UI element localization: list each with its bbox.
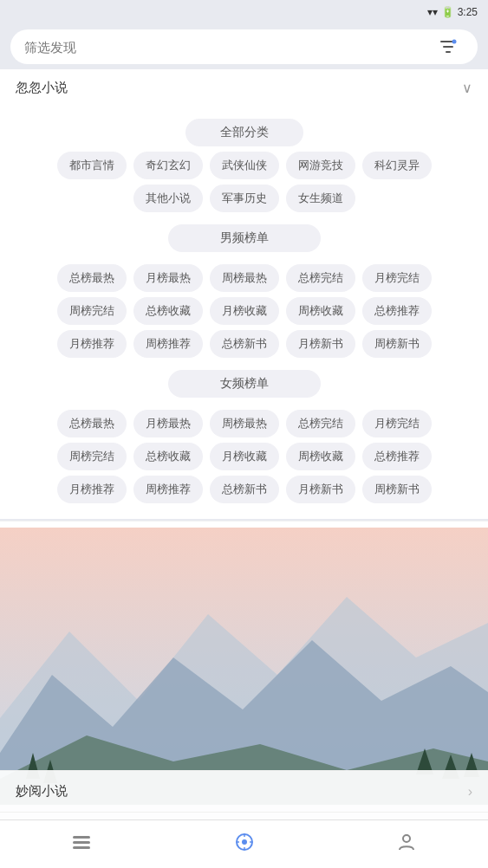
- tag-m-yue-sc[interactable]: 月榜收藏: [210, 297, 279, 325]
- female-section-wrapper: 女频榜单: [10, 363, 478, 405]
- tag-f-yue-re[interactable]: 月榜最热: [133, 410, 203, 437]
- tag-m-zong-re[interactable]: 总榜最热: [57, 264, 127, 292]
- tag-m-zhou-xs[interactable]: 周榜新书: [362, 330, 432, 358]
- chevron-down-icon: ∨: [462, 80, 472, 96]
- main-tags-row-2: 其他小说 军事历史 女生频道: [10, 185, 478, 212]
- svg-rect-1: [443, 46, 453, 48]
- wifi-icon: ▾▾: [427, 6, 438, 18]
- tag-f-yue-xs[interactable]: 月榜新书: [286, 476, 355, 503]
- section-item-huasheng[interactable]: 花生小说 ›: [0, 645, 488, 687]
- filter-icon-button[interactable]: [433, 31, 464, 62]
- battery-icon: 🔋: [441, 6, 454, 18]
- tag-m-yue-re[interactable]: 月榜最热: [133, 264, 203, 292]
- tag-m-zhou-re[interactable]: 周榜最热: [210, 264, 279, 292]
- tag-f-yue-sc[interactable]: 月榜收藏: [210, 443, 279, 470]
- filter-icon: [439, 37, 458, 56]
- tag-f-zhou-tj[interactable]: 周榜推荐: [133, 476, 203, 503]
- tag-f-zhou-xs[interactable]: 周榜新书: [362, 476, 432, 503]
- tags-container: 全部分类 都市言情 奇幻玄幻 武侠仙侠 网游竞技 科幻灵异 其他小说 军事历史 …: [0, 107, 488, 519]
- tag-nvsheng[interactable]: 女生频道: [286, 185, 355, 212]
- chevron-right-icon-huasheng: ›: [468, 659, 472, 675]
- section-item-title-fanshu: 番薯小说: [16, 617, 68, 633]
- search-input[interactable]: [24, 40, 426, 55]
- tag-f-zong-xs[interactable]: 总榜新书: [210, 476, 279, 503]
- female-tags-row-3: 月榜推荐 周榜推荐 总榜新书 月榜新书 周榜新书: [10, 476, 478, 503]
- svg-point-3: [452, 40, 457, 44]
- expanded-section: 忽忽小说 ∨ 全部分类 都市言情 奇幻玄幻 武侠仙侠 网游竞技 科幻灵异 其他小…: [0, 69, 488, 519]
- male-tags-row-3: 月榜推荐 周榜推荐 总榜新书 月榜新书 周榜新书: [10, 330, 478, 358]
- tag-dushi[interactable]: 都市言情: [57, 152, 127, 179]
- tag-f-zong-sc[interactable]: 总榜收藏: [133, 443, 203, 470]
- discover-icon: [233, 831, 256, 858]
- tag-m-yue-xs[interactable]: 月榜新书: [286, 330, 355, 358]
- tag-m-zhou-sc[interactable]: 周榜收藏: [286, 297, 355, 325]
- chevron-right-icon-bikan: ›: [468, 701, 472, 716]
- tag-m-yue-wanj[interactable]: 月榜完结: [362, 264, 432, 292]
- tag-f-zhou-re[interactable]: 周榜最热: [210, 410, 279, 437]
- female-tags-row-1: 总榜最热 月榜最热 周榜最热 总榜完结 月榜完结: [10, 410, 478, 437]
- tag-wuxia[interactable]: 武侠仙侠: [210, 152, 279, 179]
- tag-f-zhou-wanj[interactable]: 周榜完结: [57, 443, 127, 470]
- section-item-miaoyue[interactable]: 妙阅小说 ›: [0, 770, 488, 812]
- tag-qihuan[interactable]: 奇幻玄幻: [133, 152, 203, 179]
- section-item-bikan[interactable]: 必看悦读 ›: [0, 687, 488, 729]
- bottom-nav: [0, 819, 488, 868]
- section-item-title-huasheng: 花生小说: [16, 658, 68, 675]
- tag-m-zong-xs[interactable]: 总榜新书: [210, 330, 279, 358]
- section-item-title-miaoyue: 妙阅小说: [16, 783, 68, 800]
- tag-f-zong-re[interactable]: 总榜最热: [57, 410, 127, 437]
- main-content: 忽忽小说 ∨ 全部分类 都市言情 奇幻玄幻 武侠仙侠 网游竞技 科幻灵异 其他小…: [0, 69, 488, 819]
- svg-rect-13: [73, 836, 90, 839]
- tag-m-zong-sc[interactable]: 总榜收藏: [133, 297, 203, 325]
- male-section-label: 男频榜单: [168, 224, 321, 252]
- section-header-huhu[interactable]: 忽忽小说 ∨: [0, 69, 488, 107]
- svg-rect-2: [446, 51, 451, 53]
- tag-f-zhou-sc[interactable]: 周榜收藏: [286, 443, 355, 470]
- male-tags-row-2: 周榜完结 总榜收藏 月榜收藏 周榜收藏 总榜推荐: [10, 297, 478, 325]
- male-tags-row-1: 总榜最热 月榜最热 周榜最热 总榜完结 月榜完结: [10, 264, 478, 292]
- main-tags-row-1: 都市言情 奇幻玄幻 武侠仙侠 网游竞技 科幻灵异: [10, 152, 478, 179]
- section-item-tao[interactable]: 淘小说 ›: [0, 729, 488, 770]
- section-item-title-youyou: 悠悠笔趣: [16, 534, 68, 550]
- chevron-right-icon-miaoyue: ›: [468, 784, 472, 800]
- tag-all-category[interactable]: 全部分类: [185, 119, 303, 146]
- tag-m-zhou-tj[interactable]: 周榜推荐: [133, 330, 203, 358]
- tag-junshi[interactable]: 军事历史: [210, 185, 279, 212]
- all-category-row: 全部分类: [10, 119, 478, 146]
- chevron-right-icon-youyou: ›: [468, 534, 472, 550]
- chevron-right-icon-fanshu: ›: [468, 618, 472, 633]
- nav-item-shelf[interactable]: [0, 820, 163, 868]
- svg-point-17: [242, 839, 247, 845]
- chevron-right-icon-lingmao: ›: [468, 576, 472, 592]
- section-item-title-lingmao: 灵猫小说: [16, 575, 68, 592]
- section-item-title-bikan: 必看悦读: [16, 700, 68, 716]
- profile-icon: [395, 831, 418, 858]
- female-tags-row-2: 周榜完结 总榜收藏 月榜收藏 周榜收藏 总榜推荐: [10, 443, 478, 470]
- tag-f-yue-tj[interactable]: 月榜推荐: [57, 476, 127, 503]
- status-icons: ▾▾ 🔋 3:25: [427, 6, 478, 18]
- search-bar: [10, 29, 478, 64]
- chevron-right-icon-tao: ›: [468, 742, 472, 758]
- tag-m-zong-tj[interactable]: 总榜推荐: [362, 297, 432, 325]
- tag-wangyou[interactable]: 网游竞技: [286, 152, 355, 179]
- status-bar: ▾▾ 🔋 3:25: [0, 0, 488, 24]
- svg-rect-15: [73, 846, 90, 849]
- tag-m-zhou-wanj[interactable]: 周榜完结: [57, 297, 127, 325]
- section-item-title-tao: 淘小说: [16, 742, 55, 758]
- tag-f-yue-wanj[interactable]: 月榜完结: [362, 410, 432, 437]
- section-item-youyou[interactable]: 悠悠笔趣 ›: [0, 521, 488, 562]
- nav-item-profile[interactable]: [325, 820, 488, 868]
- section-item-youtu[interactable]: 有兔阅读 ›: [0, 812, 488, 819]
- tag-m-zong-wanj[interactable]: 总榜完结: [286, 264, 355, 292]
- male-section-wrapper: 男频榜单: [10, 217, 478, 259]
- tag-qita[interactable]: 其他小说: [133, 185, 203, 212]
- tag-f-zong-wanj[interactable]: 总榜完结: [286, 410, 355, 437]
- section-item-fanshu[interactable]: 番薯小说 ›: [0, 604, 488, 645]
- section-item-lingmao[interactable]: 灵猫小说 ›: [0, 562, 488, 604]
- tag-f-zong-tj[interactable]: 总榜推荐: [362, 443, 432, 470]
- tag-kehuan[interactable]: 科幻灵异: [362, 152, 432, 179]
- nav-item-discover[interactable]: [163, 820, 326, 868]
- section-title-huhu: 忽忽小说: [16, 80, 68, 96]
- svg-point-22: [403, 835, 410, 842]
- tag-m-yue-tj[interactable]: 月榜推荐: [57, 330, 127, 358]
